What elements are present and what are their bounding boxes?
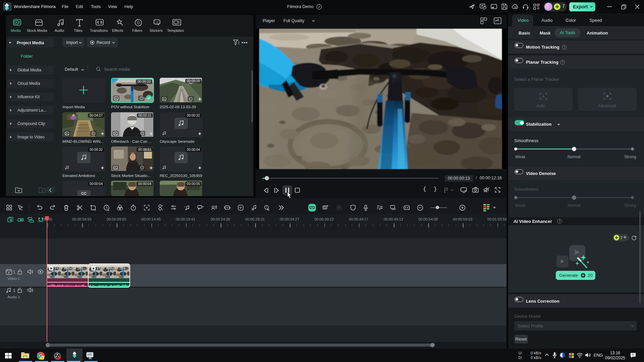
- svg-text:A: A: [542, 94, 545, 99]
- svg-text:T: T: [202, 205, 204, 208]
- svg-text:AI: AI: [267, 208, 270, 211]
